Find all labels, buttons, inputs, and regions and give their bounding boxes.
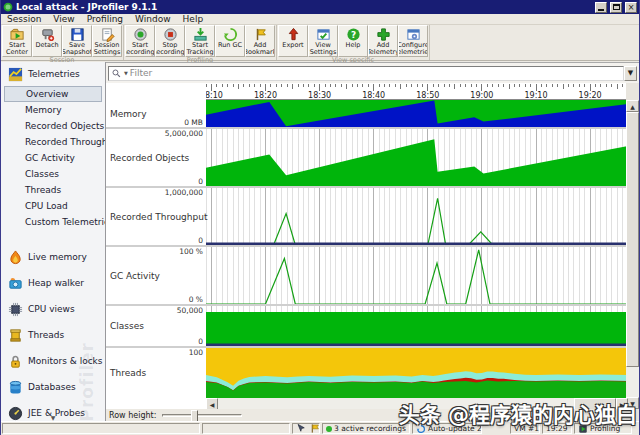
axis-min-label: 0 MB — [184, 118, 203, 127]
sidebar-watermark: JProfiler — [77, 342, 97, 421]
sidebar-subitem-memory[interactable]: Memory — [1, 102, 105, 118]
cpu-views-icon — [8, 302, 23, 317]
start-recordings-button[interactable]: Start Recordings — [125, 25, 155, 57]
telemetries-overview-panel: ▼ Filter ▼ 18:1018:2018:3018:4018:5019:0… — [106, 62, 639, 421]
sidebar: TelemetriesOverviewMemoryRecorded Object… — [1, 62, 106, 421]
chart-plot-recorded-throughput[interactable] — [206, 188, 628, 245]
axis-min-label: 0 — [198, 177, 203, 186]
chart-row-label: Recorded Throughput — [110, 212, 207, 222]
time-tick-label: 18:20 — [254, 91, 277, 100]
toolbar-group-view-specific: ExportView Settings?HelpAdd TelemetryCon… — [277, 25, 430, 60]
sidebar-item-cpu-views[interactable]: CPU views — [1, 296, 105, 322]
maximize-button[interactable] — [610, 2, 622, 13]
view-settings-button[interactable]: View Settings — [308, 25, 338, 57]
toolbar: Start CenterDetachSave SnapshotSession S… — [1, 25, 639, 61]
pointer-icon[interactable] — [296, 423, 307, 434]
save-snapshot-button[interactable]: Save Snapshot — [62, 25, 92, 57]
chart-plot-memory[interactable] — [206, 100, 628, 127]
menu-session[interactable]: Session — [1, 14, 47, 24]
toolbar-button-label: Add Telemetry — [368, 42, 398, 56]
bookmark-flag-icon[interactable] — [309, 423, 320, 434]
sidebar-item-label: Databases — [28, 382, 76, 392]
sidebar-item-telemetries[interactable]: Telemetries — [1, 62, 105, 86]
chart-plot-threads[interactable] — [206, 348, 628, 398]
chart-row-recorded-throughput[interactable]: Recorded Throughput1,000,0000 — [106, 188, 628, 245]
axis-max-label: 5,000,000 — [165, 129, 203, 138]
row-height-slider[interactable] — [162, 414, 242, 417]
start-center-icon — [10, 27, 25, 42]
menu-window[interactable]: Window — [129, 14, 177, 24]
sidebar-item-label: Threads — [28, 330, 64, 340]
chart-row-label-cell: Threads100 — [106, 348, 206, 398]
toolbar-group-session: Start CenterDetachSave SnapshotSession S… — [1, 25, 124, 60]
toolbar-button-label: Detach — [35, 42, 58, 49]
sidebar-subitem-custom-telemetries[interactable]: Custom Telemetries — [1, 214, 105, 230]
toolbar-button-label: Configure Telemetries — [398, 42, 428, 56]
start-tracking-button[interactable]: Start Tracking — [185, 25, 215, 57]
menu-profiling[interactable]: Profiling — [81, 14, 129, 24]
filter-input[interactable]: ▼ Filter — [108, 66, 624, 81]
chart-row-classes[interactable]: Classes50,0000 — [106, 306, 628, 346]
run-gc-icon — [223, 27, 238, 42]
threads-icon — [8, 328, 23, 343]
axis-max-label: 100 % — [179, 247, 203, 256]
sidebar-subitem-overview[interactable]: Overview — [4, 86, 102, 102]
live-memory-icon — [8, 250, 23, 265]
chart-row-label-cell: GC Activity100 %0 % — [106, 247, 206, 304]
filter-dropdown-button[interactable]: ▼ — [624, 66, 637, 81]
locks-icon — [8, 354, 23, 369]
minimize-button[interactable] — [595, 2, 607, 13]
sidebar-subitem-cpu-load[interactable]: CPU Load — [1, 198, 105, 214]
menu-help[interactable]: Help — [177, 14, 210, 24]
chart-row-label: GC Activity — [110, 271, 160, 281]
export-button[interactable]: Export — [278, 25, 308, 57]
chart-row-label-cell: Recorded Throughput1,000,0000 — [106, 188, 206, 245]
vertical-scrollbar[interactable]: ▲ ▼ — [626, 83, 639, 409]
help-button[interactable]: ?Help — [338, 25, 368, 57]
toolbar-button-label: Run GC — [218, 42, 242, 49]
save-snapshot-icon — [70, 27, 85, 42]
toolbar-button-label: Session Settings — [93, 42, 121, 56]
time-tick-label: 19:10 — [524, 91, 547, 100]
sidebar-scroll-down-icon[interactable]: ▼ — [1, 414, 105, 421]
row-height-slider-thumb[interactable] — [191, 410, 198, 422]
stop-recordings-icon — [163, 27, 178, 42]
close-button[interactable]: × — [625, 2, 637, 13]
chart-plot-classes[interactable] — [206, 306, 628, 346]
jprofiler-window: Local attack - JProfiler 9.1.1 × Session… — [0, 0, 640, 435]
add-bookmark-button[interactable]: Add Bookmark — [245, 25, 275, 57]
sidebar-subitem-classes[interactable]: Classes — [1, 166, 105, 182]
chart-row-label-cell: Recorded Objects5,000,0000 — [106, 129, 206, 186]
chart-row-recorded-objects[interactable]: Recorded Objects5,000,0000 — [106, 129, 628, 186]
status-bookmark-tools[interactable] — [292, 423, 320, 434]
scroll-up-icon[interactable]: ▲ — [626, 100, 639, 112]
menu-view[interactable]: View — [47, 14, 80, 24]
chart-plot-gc-activity[interactable] — [206, 247, 628, 304]
add-telemetry-button[interactable]: Add Telemetry — [368, 25, 398, 57]
time-tick-label: 19:00 — [470, 91, 493, 100]
time-tick-label: 18:50 — [416, 91, 439, 100]
configure-telemetries-button[interactable]: Configure Telemetries — [398, 25, 428, 57]
sidebar-item-label: Live memory — [28, 252, 87, 262]
sidebar-item-live-memory[interactable]: Live memory — [1, 244, 105, 270]
sidebar-item-label: CPU views — [28, 304, 75, 314]
status-active-recordings[interactable]: 3 active recordings — [322, 423, 410, 434]
run-gc-button[interactable]: Run GC — [215, 25, 245, 57]
axis-min-label: 0 — [198, 236, 203, 245]
start-center-button[interactable]: Start Center — [2, 25, 32, 57]
sidebar-subitem-recorded-objects[interactable]: Recorded Objects — [1, 118, 105, 134]
sidebar-subitem-gc-activity[interactable]: GC Activity — [1, 150, 105, 166]
sidebar-subitem-threads[interactable]: Threads — [1, 182, 105, 198]
vertical-scroll-thumb[interactable] — [626, 112, 639, 367]
chart-rows: Memory0 MBRecorded Objects5,000,0000Reco… — [106, 100, 628, 398]
session-settings-button[interactable]: Session Settings — [92, 25, 122, 57]
search-icon — [111, 68, 122, 79]
chart-row-threads[interactable]: Threads100 — [106, 348, 628, 398]
stop-recordings-button[interactable]: Stop Recordings — [155, 25, 185, 57]
chart-row-gc-activity[interactable]: GC Activity100 %0 % — [106, 247, 628, 304]
chart-plot-recorded-objects[interactable] — [206, 129, 628, 186]
detach-button[interactable]: Detach — [32, 25, 62, 57]
chart-row-memory[interactable]: Memory0 MB — [106, 100, 628, 127]
sidebar-item-heap-walker[interactable]: Heap walker — [1, 270, 105, 296]
sidebar-subitem-recorded-throughput[interactable]: Recorded Throughput — [1, 134, 105, 150]
